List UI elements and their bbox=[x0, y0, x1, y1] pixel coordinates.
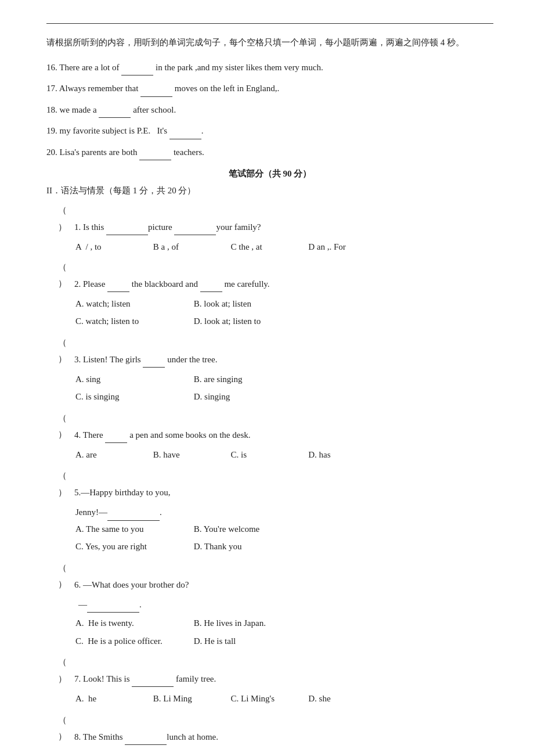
q19-blank bbox=[169, 130, 201, 139]
q4-optD: D. has bbox=[308, 450, 330, 459]
q5-blank bbox=[107, 512, 160, 521]
q5-options-row1: A. The same to you B. You're welcome bbox=[46, 521, 493, 538]
q2-options-row2: C. watch; listen to D. look at; listen t… bbox=[46, 313, 493, 330]
q6-options-row1: A. He is twenty. B. He lives in Japan. bbox=[46, 615, 493, 632]
mc-question-8: （ ）8. The Smiths lunch at home. bbox=[46, 712, 493, 745]
question-17: 17. Always remember that moves on the le… bbox=[46, 80, 493, 97]
q6-paren: （ ） bbox=[58, 560, 74, 593]
q1-optC: C the , at bbox=[231, 239, 306, 255]
q2-options-row1: A. watch; listen B. look at; listen bbox=[46, 296, 493, 312]
q19-text-after: . bbox=[201, 126, 204, 135]
q7-optA: A. he bbox=[75, 690, 151, 707]
q1-optA: A / , to bbox=[75, 239, 151, 255]
q7-blank1 bbox=[132, 678, 174, 687]
q18-text-after: after school. bbox=[131, 105, 176, 114]
q5-line2-text: Jenny!— bbox=[75, 507, 107, 517]
q5-optC: C. Yes, you are right bbox=[75, 538, 192, 555]
q3-after: under the tree. bbox=[165, 354, 217, 363]
q20-number: 20. bbox=[46, 147, 57, 157]
q3-optB: B. are singing bbox=[194, 375, 243, 384]
mc-question-4: （ ）4. There a pen and some books on the … bbox=[46, 410, 493, 443]
q16-text-after: in the park ,and my sister likes them ve… bbox=[153, 63, 323, 72]
q2-blank2 bbox=[200, 283, 222, 292]
q6-line2-dash: — bbox=[78, 600, 87, 609]
q6-optA: A. He is twenty. bbox=[75, 615, 192, 632]
q7-optD: D. she bbox=[308, 694, 330, 703]
q19-text-before: my favorite subject is P.E. It's bbox=[60, 126, 169, 135]
q5-num: 5.—Happy birthday to you, bbox=[74, 488, 170, 497]
q5-line2: Jenny!—. bbox=[46, 504, 493, 521]
q7-num: 7. Look! This is bbox=[74, 674, 132, 683]
q4-options-row1: A. are B. have C. is D. has bbox=[46, 447, 493, 463]
q7-after: family tree. bbox=[174, 674, 216, 683]
top-divider bbox=[46, 23, 493, 24]
q8-num: 8. The Smiths bbox=[74, 732, 125, 741]
q4-optA: A. are bbox=[75, 447, 151, 463]
q3-num: 3. Listen! The girls bbox=[74, 354, 143, 363]
q1-blank1 bbox=[106, 226, 148, 235]
q2-num: 2. Please bbox=[74, 279, 107, 288]
q4-num: 4. There bbox=[74, 430, 105, 439]
q18-text-before: we made a bbox=[60, 105, 99, 114]
q5-options-row2: C. Yes, you are right D. Thank you bbox=[46, 538, 493, 555]
question-20: 20. Lisa's parents are both teachers. bbox=[46, 144, 493, 161]
q16-text-before: There are a lot of bbox=[59, 63, 121, 72]
q1-paren: （ ） bbox=[58, 202, 74, 235]
q7-options-row1: A. he B. Li Ming C. Li Ming's D. she bbox=[46, 690, 493, 707]
q2-optD: D. look at; listen to bbox=[194, 316, 261, 326]
q17-text-before: Always remember that bbox=[59, 84, 140, 93]
q3-optD: D. singing bbox=[194, 392, 230, 401]
q6-options-row2: C. He is a police officer. D. He is tall bbox=[46, 633, 493, 650]
q7-optB: B. Li Ming bbox=[153, 690, 229, 707]
q5-paren: （ ） bbox=[58, 467, 74, 501]
q6-optD: D. He is tall bbox=[194, 636, 236, 646]
q16-blank bbox=[121, 66, 153, 75]
q20-text-after: teachers. bbox=[171, 147, 204, 157]
q6-optC: C. He is a police officer. bbox=[75, 633, 192, 650]
intro-content: 请根据所听到的内容，用听到的单词完成句子，每个空格只填一个单词，每小题听两遍，两… bbox=[46, 38, 464, 47]
q4-paren: （ ） bbox=[58, 410, 74, 443]
q2-optC: C. watch; listen to bbox=[75, 313, 192, 330]
mc-question-3: （ ）3. Listen! The girls under the tree. bbox=[46, 334, 493, 368]
q2-paren: （ ） bbox=[58, 259, 74, 292]
q8-paren: （ ） bbox=[58, 712, 74, 745]
q2-mid: the blackboard and bbox=[129, 279, 200, 288]
q2-optA: A. watch; listen bbox=[75, 296, 192, 312]
q1-mid: picture bbox=[148, 222, 174, 232]
section-ii-text: II．语法与情景（每题 1 分，共 20 分） bbox=[46, 186, 196, 195]
q1-after: your family? bbox=[216, 222, 261, 232]
q7-optC: C. Li Ming's bbox=[231, 690, 306, 707]
q1-num: 1. Is this bbox=[74, 222, 106, 232]
q4-optB: B. have bbox=[153, 447, 229, 463]
q1-optB: B a , of bbox=[153, 239, 229, 255]
q4-blank1 bbox=[105, 434, 127, 443]
mc-question-1: （ ）1. Is this picture your family? bbox=[46, 202, 493, 235]
q19-number: 19. bbox=[46, 126, 60, 135]
question-18: 18. we made a after school. bbox=[46, 102, 493, 118]
q16-number: 16. bbox=[46, 63, 59, 72]
q4-after: a pen and some books on the desk. bbox=[127, 430, 250, 439]
q3-options-row2: C. is singing D. singing bbox=[46, 388, 493, 405]
question-19: 19. my favorite subject is P.E. It's . bbox=[46, 123, 493, 139]
q2-blank1 bbox=[107, 283, 129, 292]
q17-text-after: moves on the left in England,. bbox=[172, 84, 279, 93]
q2-after: me carefully. bbox=[222, 279, 270, 288]
q18-blank bbox=[99, 109, 131, 118]
written-title-text: 笔试部分（共 90 分） bbox=[229, 169, 312, 178]
section-ii-header: II．语法与情景（每题 1 分，共 20 分） bbox=[46, 185, 493, 196]
q1-optD: D an ,. For bbox=[308, 242, 346, 251]
q6-optB: B. He lives in Japan. bbox=[194, 618, 266, 628]
q6-line2-after: . bbox=[139, 600, 142, 609]
q8-after: lunch at home. bbox=[167, 732, 218, 741]
intro-text: 请根据所听到的内容，用听到的单词完成句子，每个空格只填一个单词，每小题听两遍，两… bbox=[46, 34, 493, 51]
q20-blank bbox=[139, 151, 171, 160]
q5-line2-after: . bbox=[160, 507, 162, 517]
q3-blank1 bbox=[143, 358, 165, 368]
q6-blank bbox=[87, 603, 139, 613]
q1-options: A / , to B a , of C the , at D an ,. For bbox=[46, 239, 493, 255]
q5-optB: B. You're welcome bbox=[194, 524, 260, 534]
q3-optA: A. sing bbox=[75, 371, 192, 388]
mc-question-7: （ ）7. Look! This is family tree. bbox=[46, 654, 493, 687]
q1-blank2 bbox=[174, 226, 216, 235]
q3-options-row1: A. sing B. are singing bbox=[46, 371, 493, 388]
